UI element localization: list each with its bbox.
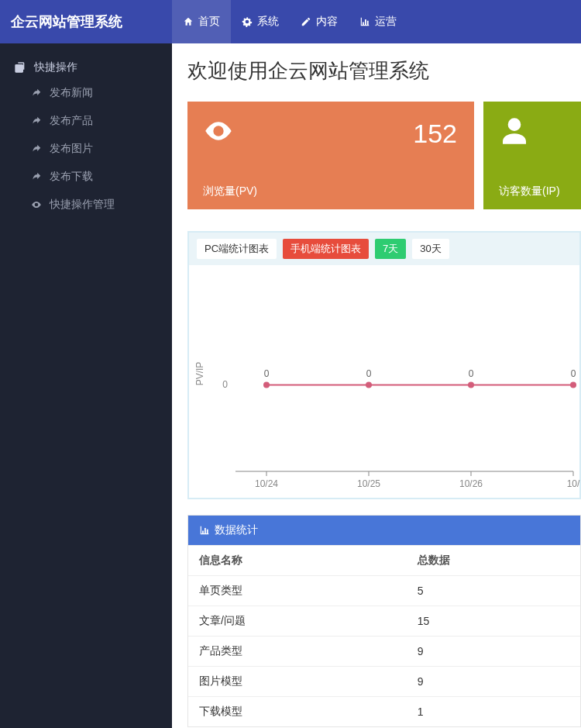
sidebar-item-label: 发布产品 — [50, 114, 93, 128]
nav-label: 首页 — [198, 15, 220, 29]
cell-name: 图片模型 — [188, 667, 407, 697]
data-label: 0 — [366, 368, 372, 379]
sidebar-item[interactable]: 发布图片 — [0, 135, 172, 163]
chart-tabs: PC端统计图表 手机端统计图表 7天 30天 — [189, 233, 579, 265]
stats-title: 数据统计 — [215, 523, 258, 537]
tab-mobile-chart[interactable]: 手机端统计图表 — [283, 239, 369, 259]
cell-name: 文章/问题 — [188, 606, 407, 637]
user-icon — [499, 116, 530, 147]
x-tick-label: 10/ — [567, 478, 580, 489]
line-chart: PV/IP0010/24010/25010/26010/ — [189, 265, 581, 498]
nav-chart[interactable]: 运营 — [349, 0, 407, 43]
main-content: 欢迎使用企云网站管理系统 152 浏览量(PV) 访客数量(IP) PC端统计图… — [172, 43, 581, 728]
share-icon — [31, 116, 42, 126]
cell-val: 9 — [407, 637, 580, 667]
brand-title: 企云网站管理系统 — [0, 12, 172, 31]
nav-label: 运营 — [375, 15, 397, 29]
x-tick-label: 10/26 — [459, 478, 483, 489]
sidebar-item[interactable]: 发布下载 — [0, 163, 172, 191]
cell-val: 15 — [407, 606, 580, 637]
sidebar-item-label: 发布图片 — [50, 142, 93, 156]
sidebar: 快捷操作 发布新闻发布产品发布图片发布下载快捷操作管理 — [0, 43, 172, 728]
tab-30days[interactable]: 30天 — [412, 239, 449, 259]
col-name: 信息名称 — [188, 546, 407, 576]
table-row: 文章/问题15 — [188, 606, 580, 637]
gears-icon — [242, 16, 253, 27]
data-point — [263, 381, 270, 388]
table-row: 单页类型5 — [188, 576, 580, 606]
sidebar-item-label: 发布新闻 — [50, 86, 93, 100]
copy-icon — [14, 61, 26, 74]
sidebar-item[interactable]: 发布新闻 — [0, 79, 172, 107]
cell-val: 9 — [407, 667, 580, 697]
edit-icon — [301, 16, 311, 27]
chart-icon — [199, 525, 210, 536]
table-row: 图片模型9 — [188, 667, 580, 697]
page-title: 欢迎使用企云网站管理系统 — [187, 57, 581, 85]
sidebar-heading-label: 快捷操作 — [34, 60, 77, 74]
chart-panel: PC端统计图表 手机端统计图表 7天 30天 PV/IP0010/24010/2… — [187, 231, 581, 499]
nav-home[interactable]: 首页 — [172, 0, 231, 43]
stats-table: 信息名称 总数据 单页类型5文章/问题15产品类型9图片模型9下载模型1 — [188, 545, 580, 726]
x-tick-label: 10/24 — [255, 478, 278, 489]
nav-edit[interactable]: 内容 — [290, 0, 349, 43]
data-label: 0 — [469, 368, 474, 379]
cell-name: 下载模型 — [188, 697, 407, 727]
data-point — [468, 381, 474, 388]
cell-val: 5 — [407, 576, 580, 606]
stat-cards: 152 浏览量(PV) 访客数量(IP) — [187, 102, 581, 209]
sidebar-item-label: 快捷操作管理 — [50, 198, 115, 212]
nav-label: 内容 — [316, 15, 338, 29]
data-label: 0 — [264, 368, 270, 379]
tab-7days[interactable]: 7天 — [375, 239, 406, 259]
eye-icon — [203, 116, 234, 147]
top-nav: 首页系统内容运营 — [172, 0, 407, 43]
table-row: 下载模型1 — [188, 697, 580, 727]
share-icon — [31, 143, 42, 154]
chart-body: PV/IP0010/24010/25010/26010/ — [189, 265, 579, 498]
share-icon — [31, 88, 42, 98]
tab-pc-chart[interactable]: PC端统计图表 — [197, 239, 277, 259]
col-total: 总数据 — [407, 546, 580, 576]
stat-card-pv[interactable]: 152 浏览量(PV) — [187, 102, 474, 209]
sidebar-item-label: 发布下载 — [50, 170, 93, 184]
stat-label: 浏览量(PV) — [203, 185, 459, 198]
stat-value: 152 — [413, 119, 457, 149]
sidebar-item[interactable]: 快捷操作管理 — [0, 191, 172, 219]
layout: 快捷操作 发布新闻发布产品发布图片发布下载快捷操作管理 欢迎使用企云网站管理系统… — [0, 43, 581, 728]
table-row: 产品类型9 — [188, 637, 580, 667]
y-axis-label: PV/IP — [194, 362, 205, 386]
share-icon — [31, 171, 42, 182]
y-tick: 0 — [222, 379, 228, 390]
nav-label: 系统 — [257, 15, 279, 29]
sidebar-heading[interactable]: 快捷操作 — [0, 56, 172, 79]
stats-header: 数据统计 — [188, 516, 580, 545]
stat-label: 访客数量(IP) — [499, 185, 569, 198]
data-label: 0 — [571, 368, 576, 379]
cell-val: 1 — [407, 697, 580, 727]
cell-name: 产品类型 — [188, 637, 407, 667]
stat-card-ip[interactable]: 访客数量(IP) — [483, 102, 581, 209]
x-tick-label: 10/25 — [357, 478, 380, 489]
chart-icon — [359, 16, 370, 27]
data-point — [570, 381, 576, 388]
nav-gears[interactable]: 系统 — [231, 0, 290, 43]
data-point — [366, 381, 372, 388]
topbar: 企云网站管理系统 首页系统内容运营 — [0, 0, 581, 43]
eye-icon — [31, 199, 42, 210]
cell-name: 单页类型 — [188, 576, 407, 606]
sidebar-item[interactable]: 发布产品 — [0, 107, 172, 135]
home-icon — [183, 16, 194, 27]
stats-panel: 数据统计 信息名称 总数据 单页类型5文章/问题15产品类型9图片模型9下载模型… — [187, 515, 581, 727]
